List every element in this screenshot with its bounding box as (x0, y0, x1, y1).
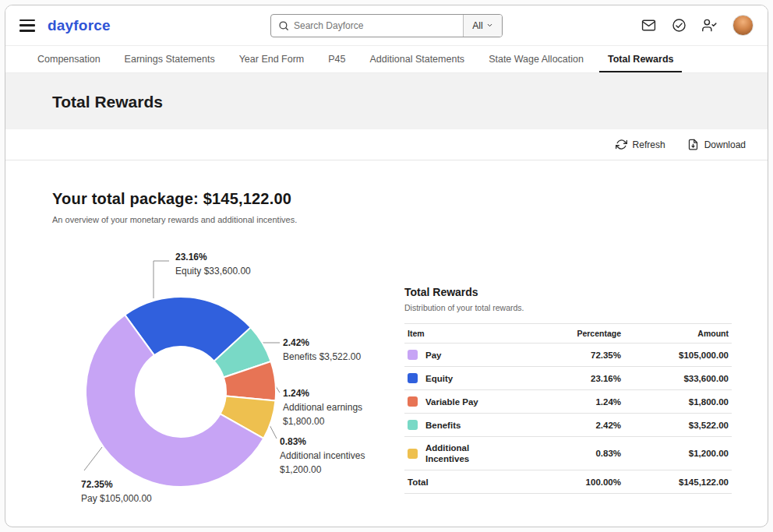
callout-pct: 2.42% (283, 336, 361, 350)
envelope-icon (641, 18, 656, 33)
user-check-icon (702, 18, 717, 33)
item-name: Benefits (425, 420, 461, 431)
refresh-icon (616, 139, 627, 150)
search-filter-label: All (472, 20, 482, 31)
color-swatch-pay (408, 350, 418, 360)
total-package-subheading: An overview of your monetary rewards and… (52, 215, 768, 224)
callout-pct: 72.35% (81, 477, 152, 491)
table-row-variable-pay: Variable Pay 1.24% $1,800.00 (404, 390, 732, 414)
messages-button[interactable] (641, 18, 656, 33)
dayforce-logo[interactable]: dayforce (48, 17, 111, 34)
item-name: Variable Pay (425, 396, 478, 407)
top-bar: dayforce All (5, 5, 768, 46)
content-row: 23.16% Equity $33,600.00 2.42% Benefits … (52, 244, 768, 520)
leader-line-equity (154, 261, 169, 298)
color-swatch-equity (408, 373, 418, 383)
color-swatch-benefits (408, 420, 418, 430)
color-swatch-variable-pay (408, 396, 418, 407)
app-window: dayforce All (5, 5, 768, 527)
approvals-button[interactable] (702, 18, 717, 33)
column-header-percentage: Percentage (531, 329, 621, 338)
chart-callout-additional-earnings: 1.24% Additional earnings $1,800.00 (283, 386, 362, 428)
search-icon (278, 20, 289, 31)
callout-label: Additional incentives (280, 449, 365, 463)
chart-callout-benefits: 2.42% Benefits $3,522.00 (283, 336, 361, 364)
tasks-button[interactable] (672, 18, 687, 33)
item-name: Pay (425, 350, 441, 361)
total-rewards-donut-chart: 23.16% Equity $33,600.00 2.42% Benefits … (52, 244, 404, 520)
tab-total-rewards[interactable]: Total Rewards (599, 46, 683, 72)
callout-amount: $1,200.00 (280, 463, 365, 477)
card-title: Total Rewards (404, 286, 732, 298)
tab-earnings-statements[interactable]: Earnings Statements (116, 46, 224, 72)
feature-tabs: Compensation Earnings Statements Year En… (5, 46, 768, 73)
search-bar: All (270, 14, 503, 37)
total-label: Total (408, 477, 429, 488)
hamburger-menu-icon[interactable] (19, 19, 35, 32)
search-filter-dropdown[interactable]: All (463, 15, 502, 37)
tab-additional-statements[interactable]: Additional Statements (362, 46, 474, 72)
total-percentage: 100.00% (531, 477, 621, 487)
tab-year-end-form[interactable]: Year End Form (231, 46, 313, 72)
tab-p45[interactable]: P45 (319, 46, 354, 72)
row-percentage: 23.16% (531, 374, 621, 383)
total-rewards-card: Total Rewards Distribution of your total… (404, 286, 732, 520)
row-amount: $105,000.00 (621, 351, 729, 360)
actions-toolbar: Refresh Download (5, 129, 768, 160)
page-title: Total Rewards (52, 93, 768, 111)
table-row-pay: Pay 72.35% $105,000.00 (404, 344, 732, 367)
row-percentage: 0.83% (531, 449, 621, 458)
callout-amount: $1,800.00 (283, 414, 362, 428)
table-total-row: Total 100.00% $145,122.00 (404, 470, 732, 494)
tab-state-wage-allocation[interactable]: State Wage Allocation (480, 46, 592, 72)
row-percentage: 72.35% (531, 351, 621, 360)
color-swatch-additional-incentives (408, 449, 418, 459)
user-avatar[interactable] (732, 15, 754, 36)
topbar-right (503, 15, 754, 36)
card-subtitle: Distribution of your total rewards. (404, 303, 732, 312)
callout-pct: 0.83% (280, 435, 365, 449)
chart-callout-additional-incentives: 0.83% Additional incentives $1,200.00 (280, 435, 365, 477)
leader-line-pay (84, 447, 102, 470)
topbar-left: dayforce (19, 17, 270, 34)
tab-compensation[interactable]: Compensation (29, 46, 109, 72)
row-percentage: 2.42% (531, 421, 621, 430)
callout-pct: 23.16% (175, 250, 251, 264)
download-icon (687, 139, 699, 150)
rewards-table: Item Percentage Amount Pay 72.35% $105,0… (404, 323, 732, 494)
chart-callout-equity: 23.16% Equity $33,600.00 (175, 250, 251, 278)
row-amount: $33,600.00 (621, 374, 729, 383)
callout-pct: 1.24% (283, 386, 362, 400)
callout-label: Additional earnings (283, 400, 362, 414)
item-name: Additional Incentives (425, 442, 499, 464)
callout-label: Benefits $3,522.00 (283, 350, 361, 364)
callout-label: Pay $105,000.00 (81, 491, 152, 506)
table-row-benefits: Benefits 2.42% $3,522.00 (404, 414, 732, 437)
chevron-down-icon (486, 20, 493, 31)
total-package-heading: Your total package: $145,122.00 (52, 190, 768, 208)
download-button[interactable]: Download (687, 139, 746, 150)
total-amount: $145,122.00 (621, 477, 729, 487)
item-name: Equity (425, 373, 453, 384)
page-header-band: Total Rewards (5, 73, 768, 129)
callout-label: Equity $33,600.00 (175, 264, 251, 278)
table-row-equity: Equity 23.16% $33,600.00 (404, 367, 732, 390)
row-amount: $1,200.00 (621, 449, 729, 458)
column-header-item: Item (408, 329, 531, 338)
chart-callout-pay: 72.35% Pay $105,000.00 (81, 477, 152, 506)
check-circle-icon (672, 18, 687, 33)
search-input[interactable] (294, 20, 463, 31)
download-label: Download (704, 139, 746, 150)
main-content: Your total package: $145,122.00 An overv… (5, 160, 768, 520)
table-header-row: Item Percentage Amount (404, 324, 732, 344)
refresh-button[interactable]: Refresh (616, 139, 665, 150)
table-row-additional-incentives: Additional Incentives 0.83% $1,200.00 (404, 437, 732, 470)
row-amount: $3,522.00 (621, 421, 729, 430)
row-amount: $1,800.00 (621, 397, 729, 407)
refresh-label: Refresh (633, 139, 665, 150)
row-percentage: 1.24% (531, 397, 621, 407)
column-header-amount: Amount (621, 329, 729, 338)
